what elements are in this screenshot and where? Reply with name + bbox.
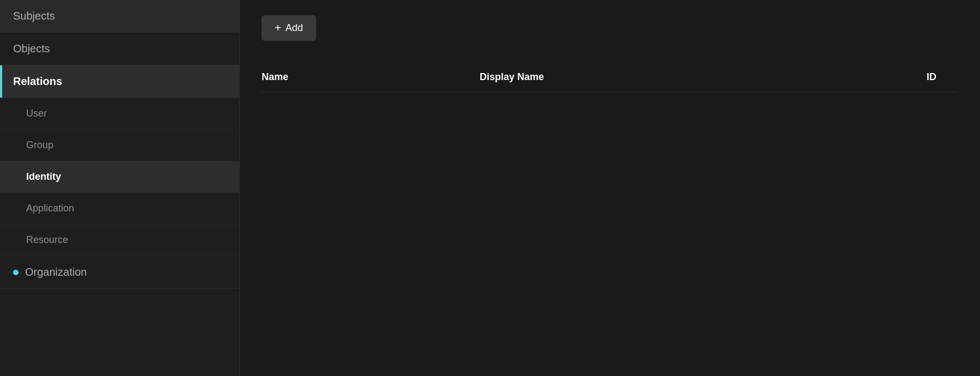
main-content: + Add Name Display Name ID bbox=[240, 0, 980, 376]
column-name: Name bbox=[262, 71, 480, 83]
sidebar-item-objects[interactable]: Objects bbox=[0, 33, 239, 65]
sidebar-item-label: Resource bbox=[26, 234, 68, 246]
plus-icon: + bbox=[275, 22, 281, 34]
sidebar-item-label: Group bbox=[26, 140, 53, 151]
sidebar-item-label: User bbox=[26, 108, 47, 119]
column-display-name: Display Name bbox=[480, 71, 752, 83]
sidebar-item-label: Identity bbox=[26, 171, 61, 183]
sidebar-item-label: Subjects bbox=[13, 10, 55, 22]
sidebar-item-label: Organization bbox=[25, 266, 87, 278]
sidebar-item-resource[interactable]: Resource bbox=[0, 225, 239, 256]
sidebar-item-group[interactable]: Group bbox=[0, 130, 239, 161]
sidebar-item-label: Relations bbox=[13, 75, 62, 88]
sidebar-item-organization[interactable]: Organization bbox=[0, 256, 239, 289]
table-header: Name Display Name ID bbox=[262, 63, 958, 92]
sidebar-item-label: Application bbox=[26, 203, 74, 214]
sidebar-item-application[interactable]: Application bbox=[0, 193, 239, 225]
sidebar-item-label: Objects bbox=[13, 43, 50, 55]
add-button[interactable]: + Add bbox=[262, 15, 316, 41]
sidebar-item-identity[interactable]: Identity bbox=[0, 161, 239, 193]
toolbar: + Add bbox=[262, 15, 958, 41]
sidebar-item-user[interactable]: User bbox=[0, 98, 239, 130]
organization-dot bbox=[13, 270, 19, 275]
table-body bbox=[262, 92, 958, 361]
sidebar-item-relations[interactable]: Relations bbox=[0, 65, 239, 98]
sidebar: Subjects Objects Relations User Group Id… bbox=[0, 0, 240, 376]
sidebar-item-subjects[interactable]: Subjects bbox=[0, 0, 239, 33]
add-button-label: Add bbox=[286, 22, 303, 34]
column-id: ID bbox=[752, 71, 958, 83]
